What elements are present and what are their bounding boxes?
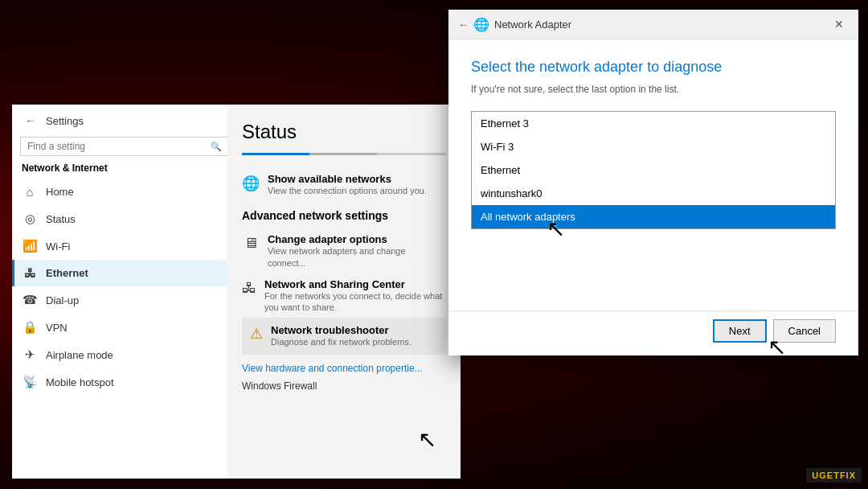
watermark-suffix: FIX bbox=[840, 471, 856, 480]
airplane-icon: ✈ bbox=[22, 347, 38, 362]
sidebar-item-vpn[interactable]: 🔒 VPN bbox=[12, 314, 237, 341]
sidebar-item-label-dialup: Dial-up bbox=[46, 294, 79, 306]
troubleshooter-desc: Diagnose and fix network problems. bbox=[271, 336, 411, 347]
dialog-footer: Next Cancel bbox=[448, 310, 858, 355]
dialup-icon: ☎ bbox=[22, 293, 38, 307]
watermark: UGETFIX bbox=[806, 468, 862, 483]
settings-window: ← Settings 🔍 Network & Internet ⌂ Home ◎… bbox=[12, 105, 237, 479]
globe-icon: 🌐 bbox=[242, 175, 260, 192]
adapter-icon: 🖥 bbox=[242, 235, 260, 252]
sidebar-item-home[interactable]: ⌂ Home bbox=[12, 179, 237, 205]
show-networks-item[interactable]: 🌐 Show available networks View the conne… bbox=[242, 168, 446, 201]
wifi-icon: 📶 bbox=[22, 239, 38, 253]
sidebar-item-label-vpn: VPN bbox=[46, 322, 68, 334]
dialog-titlebar: ← 🌐 Network Adapter ✕ bbox=[448, 10, 858, 39]
windows-firewall-link[interactable]: Windows Firewall bbox=[242, 377, 446, 395]
dialog-body: Select the network adapter to diagnose I… bbox=[448, 39, 858, 310]
status-heading: Status bbox=[242, 121, 446, 143]
change-adapter-desc: View network adapters and change connect… bbox=[268, 245, 446, 269]
settings-search-bar[interactable]: 🔍 bbox=[20, 137, 229, 156]
adapter-wintunshark[interactable]: wintunshark0 bbox=[472, 182, 835, 205]
dialog-title: Network Adapter bbox=[494, 18, 571, 31]
sidebar-item-label-ethernet: Ethernet bbox=[46, 267, 88, 279]
ethernet-icon: 🖧 bbox=[22, 266, 38, 280]
advanced-title: Advanced network settings bbox=[242, 209, 446, 222]
status-divider bbox=[242, 153, 446, 155]
view-hardware-link[interactable]: View hardware and connection propertie..… bbox=[242, 360, 446, 377]
adapter-ethernet[interactable]: Ethernet bbox=[472, 158, 835, 182]
search-input[interactable] bbox=[27, 141, 211, 152]
search-icon: 🔍 bbox=[211, 142, 222, 152]
sidebar-item-hotspot[interactable]: 📡 Mobile hotspot bbox=[12, 368, 237, 396]
network-adapter-dialog: ← 🌐 Network Adapter ✕ Select the network… bbox=[448, 10, 858, 355]
sharing-center-item[interactable]: 🖧 Network and Sharing Center For the net… bbox=[242, 273, 446, 318]
change-adapter-label: Change adapter options bbox=[268, 233, 446, 245]
section-title: Network & Internet bbox=[12, 162, 237, 179]
sidebar-item-label-airplane: Airplane mode bbox=[46, 349, 113, 361]
hotspot-icon: 📡 bbox=[22, 375, 38, 389]
troubleshooter-label: Network troubleshooter bbox=[271, 324, 411, 336]
settings-back-button[interactable]: ← bbox=[22, 113, 39, 129]
sidebar-item-ethernet[interactable]: 🖧 Ethernet bbox=[12, 260, 237, 286]
show-networks-label: Show available networks bbox=[268, 173, 427, 185]
sidebar-item-label-wifi: Wi-Fi bbox=[46, 240, 70, 253]
dialog-close-button[interactable]: ✕ bbox=[829, 16, 849, 32]
sidebar-item-wifi[interactable]: 📶 Wi-Fi bbox=[12, 232, 237, 260]
dialog-network-icon: 🌐 bbox=[473, 17, 489, 32]
adapter-all-networks[interactable]: All network adapters bbox=[472, 205, 835, 228]
dialog-subtitle: If you're not sure, select the last opti… bbox=[471, 84, 836, 95]
show-networks-desc: View the connection options around you. bbox=[268, 185, 427, 196]
adapter-list: Ethernet 3 Wi-Fi 3 Ethernet wintunshark0… bbox=[471, 111, 836, 229]
vpn-icon: 🔒 bbox=[22, 320, 38, 335]
settings-titlebar: ← Settings bbox=[12, 105, 237, 134]
cancel-button[interactable]: Cancel bbox=[773, 319, 836, 343]
dialog-back-button[interactable]: ← bbox=[458, 18, 469, 31]
sharing-center-label: Network and Sharing Center bbox=[264, 278, 446, 290]
status-icon: ◎ bbox=[22, 212, 38, 226]
sidebar-item-label-hotspot: Mobile hotspot bbox=[46, 376, 114, 388]
adapter-ethernet3[interactable]: Ethernet 3 bbox=[472, 112, 835, 135]
settings-title: Settings bbox=[46, 115, 84, 127]
status-panel: Status 🌐 Show available networks View th… bbox=[227, 105, 461, 479]
sidebar-item-label-status: Status bbox=[46, 213, 76, 225]
dialog-heading: Select the network adapter to diagnose bbox=[471, 59, 836, 76]
sidebar-item-status[interactable]: ◎ Status bbox=[12, 205, 237, 232]
sidebar-item-airplane[interactable]: ✈ Airplane mode bbox=[12, 341, 237, 368]
troubleshooter-item[interactable]: ⚠ Network troubleshooter Diagnose and fi… bbox=[242, 318, 446, 354]
home-icon: ⌂ bbox=[22, 185, 38, 199]
next-button[interactable]: Next bbox=[713, 319, 767, 343]
sharing-center-desc: For the networks you connect to, decide … bbox=[264, 290, 446, 314]
sharing-icon: 🖧 bbox=[242, 280, 256, 297]
adapter-wifi3[interactable]: Wi-Fi 3 bbox=[472, 135, 835, 158]
change-adapter-item[interactable]: 🖥 Change adapter options View network ad… bbox=[242, 228, 446, 273]
warning-icon: ⚠ bbox=[250, 325, 263, 343]
sidebar-item-label-home: Home bbox=[46, 186, 74, 198]
sidebar-item-dialup[interactable]: ☎ Dial-up bbox=[12, 286, 237, 314]
watermark-prefix: UGET bbox=[812, 471, 840, 480]
